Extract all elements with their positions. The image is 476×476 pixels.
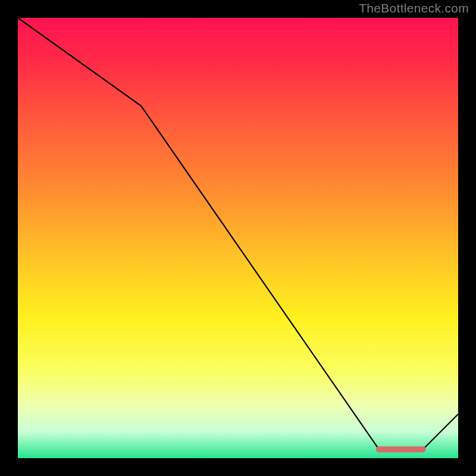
bottleneck-chart: [0, 0, 476, 476]
attribution-text: TheBottleneck.com: [359, 1, 469, 15]
chart-container: TheBottleneck.com: [0, 0, 476, 476]
gradient-background: [18, 18, 458, 458]
